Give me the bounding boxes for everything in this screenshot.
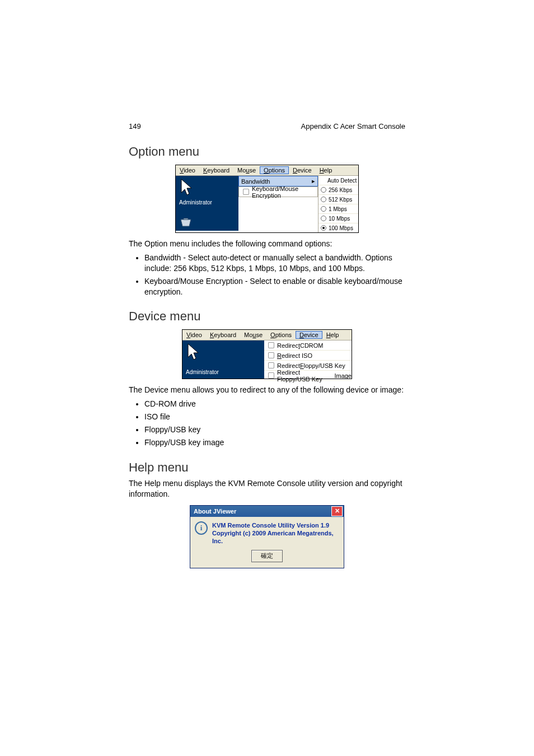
radio-icon [321, 197, 326, 202]
submenu-arrow-icon: ▸ [311, 178, 316, 185]
dropdown-item-kme[interactable]: Keyboard/Mouse Encryption [238, 186, 318, 197]
about-text: KVM Remote Console Utility Version 1.9 C… [212, 521, 339, 545]
device-item-cdrom[interactable]: Redirect CDROM [264, 340, 352, 351]
section-heading-option: Option menu [129, 144, 405, 159]
options-dropdown: Bandwidth ▸ Keyboard/Mouse Encryption [238, 176, 318, 232]
remote-desktop-area: Administrator [176, 176, 238, 231]
device-item-iso[interactable]: Redirect ISO [264, 351, 352, 361]
submenu-label: 256 Kbps [329, 187, 352, 193]
checkbox[interactable] [268, 352, 274, 358]
appendix-title: Appendix C Acer Smart Console [301, 122, 405, 130]
submenu-label: 100 Mbps [329, 225, 353, 231]
submenu-label: Auto Detect [327, 178, 357, 184]
checkbox[interactable] [268, 362, 274, 368]
menu-video[interactable]: Video [182, 331, 206, 339]
page-number: 149 [129, 122, 141, 130]
admin-label: Administrator [186, 369, 219, 375]
radio-icon [321, 216, 326, 221]
admin-label: Administrator [179, 199, 212, 206]
list-item: Floppy/USB key image [144, 437, 405, 448]
checkbox[interactable] [268, 342, 274, 348]
close-icon[interactable]: ✕ [331, 506, 343, 516]
list-item: ISO file [144, 412, 405, 422]
list-item: Floppy/USB key [144, 424, 405, 435]
radio-icon [321, 187, 326, 193]
bandwidth-100m[interactable]: 100 Mbps [318, 223, 358, 232]
bandwidth-1m[interactable]: 1 Mbps [318, 204, 358, 214]
kme-checkbox[interactable] [243, 189, 249, 195]
bandwidth-10m[interactable]: 10 Mbps [318, 214, 358, 223]
submenu-label: 10 Mbps [329, 216, 350, 222]
figure-about-dialog: About JViewer ✕ i KVM Remote Console Uti… [190, 505, 344, 568]
dialog-title: About JViewer [194, 508, 236, 515]
menu-mouse[interactable]: Mouse [233, 166, 260, 174]
dialog-titlebar: About JViewer ✕ [190, 506, 344, 517]
about-line1: KVM Remote Console Utility Version 1.9 [212, 521, 339, 529]
menubar: Video Keyboard Mouse Options Device Help [182, 330, 352, 340]
option-intro-text: The Option menu includes the following c… [129, 239, 405, 249]
remote-desktop-area: Administrator [182, 340, 264, 379]
menu-mouse[interactable]: Mouse [240, 331, 266, 339]
figure-device-menu: Video Keyboard Mouse Options Device Help… [182, 329, 352, 379]
recycle-bin-icon [179, 217, 193, 227]
radio-icon [321, 225, 326, 231]
dropdown-label: Bandwidth [241, 178, 270, 185]
menu-keyboard[interactable]: Keyboard [206, 331, 240, 339]
radio-icon [321, 206, 326, 212]
help-intro-text: The Help menu displays the KVM Remote Co… [129, 478, 405, 500]
device-dropdown: Redirect CDROM Redirect ISO Redirect Flo… [264, 340, 352, 379]
figure-option-menu: Video Keyboard Mouse Options Device Help… [175, 165, 359, 233]
menu-device[interactable]: Device [296, 331, 322, 339]
menu-help[interactable]: Help [316, 166, 336, 174]
device-bullets: CD-ROM drive ISO file Floppy/USB key Flo… [144, 399, 405, 448]
option-bullets: Bandwidth - Select auto-detect or manual… [144, 253, 405, 297]
document-page: 149 Appendix C Acer Smart Console Option… [0, 0, 534, 756]
info-icon: i [195, 521, 208, 535]
cursor-icon [187, 343, 200, 361]
ok-button[interactable]: 確定 [251, 550, 283, 562]
menu-help[interactable]: Help [322, 331, 343, 339]
list-item: Keyboard/Mouse Encryption - Select to en… [144, 276, 405, 297]
menubar: Video Keyboard Mouse Options Device Help [176, 165, 358, 176]
dropdown-label: Keyboard/Mouse Encryption [252, 185, 317, 199]
device-intro-text: The Device menu allows you to redirect t… [129, 385, 405, 395]
menu-options[interactable]: Options [266, 331, 296, 339]
submenu-label: 512 Kbps [329, 197, 352, 203]
bandwidth-256k[interactable]: 256 Kbps [318, 185, 358, 195]
list-item: CD-ROM drive [144, 399, 405, 409]
section-heading-device: Device menu [129, 309, 405, 324]
about-line2: Copyright (c) 2009 American Megatrends, … [212, 529, 339, 545]
menu-video[interactable]: Video [176, 166, 199, 174]
list-item: Bandwidth - Select auto-detect or manual… [144, 253, 405, 274]
submenu-label: 1 Mbps [329, 206, 347, 212]
section-heading-help: Help menu [129, 460, 405, 475]
menu-device[interactable]: Device [289, 166, 316, 174]
bandwidth-auto-detect[interactable]: Auto Detect [318, 176, 358, 185]
page-content: Option menu Video Keyboard Mouse Options… [129, 144, 405, 568]
menu-options[interactable]: Options [260, 166, 289, 174]
device-item-floppy-img[interactable]: Redirect Floppy/USB Key Image [264, 371, 352, 381]
bandwidth-submenu: Auto Detect 256 Kbps 512 Kbps 1 Mbps [318, 176, 358, 232]
menu-keyboard[interactable]: Keyboard [199, 166, 233, 174]
checkbox[interactable] [268, 372, 274, 379]
bandwidth-512k[interactable]: 512 Kbps [318, 195, 358, 204]
cursor-icon [180, 178, 194, 196]
